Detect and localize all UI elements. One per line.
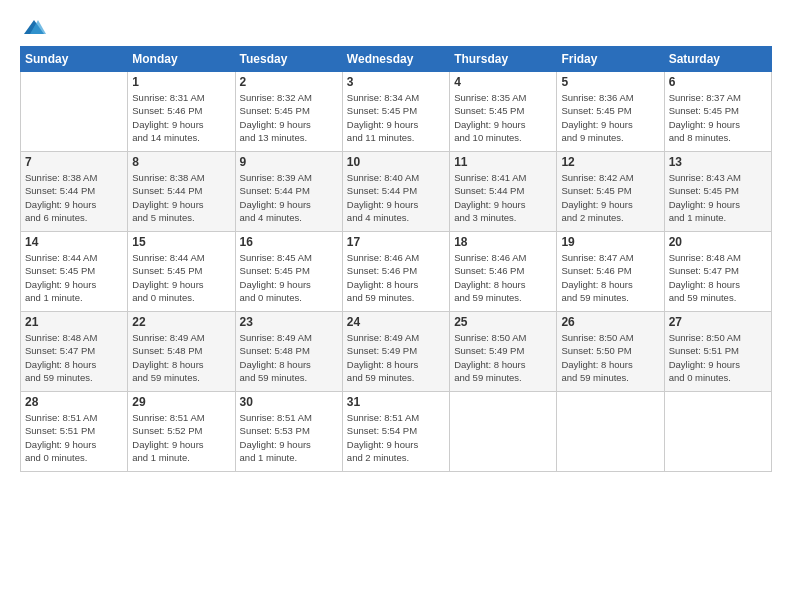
day-info: Sunrise: 8:44 AM Sunset: 5:45 PM Dayligh… (132, 251, 230, 304)
day-info: Sunrise: 8:39 AM Sunset: 5:44 PM Dayligh… (240, 171, 338, 224)
day-number: 6 (669, 75, 767, 89)
day-info: Sunrise: 8:35 AM Sunset: 5:45 PM Dayligh… (454, 91, 552, 144)
day-number: 31 (347, 395, 445, 409)
calendar-day-header: Thursday (450, 47, 557, 72)
day-number: 3 (347, 75, 445, 89)
day-number: 28 (25, 395, 123, 409)
calendar-cell: 6Sunrise: 8:37 AM Sunset: 5:45 PM Daylig… (664, 72, 771, 152)
calendar-day-header: Monday (128, 47, 235, 72)
day-info: Sunrise: 8:49 AM Sunset: 5:48 PM Dayligh… (240, 331, 338, 384)
calendar-day-header: Friday (557, 47, 664, 72)
calendar-week-row: 1Sunrise: 8:31 AM Sunset: 5:46 PM Daylig… (21, 72, 772, 152)
day-info: Sunrise: 8:31 AM Sunset: 5:46 PM Dayligh… (132, 91, 230, 144)
calendar-cell (21, 72, 128, 152)
calendar-day-header: Wednesday (342, 47, 449, 72)
day-number: 21 (25, 315, 123, 329)
day-info: Sunrise: 8:43 AM Sunset: 5:45 PM Dayligh… (669, 171, 767, 224)
day-info: Sunrise: 8:45 AM Sunset: 5:45 PM Dayligh… (240, 251, 338, 304)
day-number: 13 (669, 155, 767, 169)
calendar-week-row: 14Sunrise: 8:44 AM Sunset: 5:45 PM Dayli… (21, 232, 772, 312)
day-number: 14 (25, 235, 123, 249)
day-info: Sunrise: 8:51 AM Sunset: 5:53 PM Dayligh… (240, 411, 338, 464)
day-number: 4 (454, 75, 552, 89)
day-number: 27 (669, 315, 767, 329)
calendar-cell: 29Sunrise: 8:51 AM Sunset: 5:52 PM Dayli… (128, 392, 235, 472)
calendar-cell: 26Sunrise: 8:50 AM Sunset: 5:50 PM Dayli… (557, 312, 664, 392)
calendar-cell: 14Sunrise: 8:44 AM Sunset: 5:45 PM Dayli… (21, 232, 128, 312)
day-info: Sunrise: 8:49 AM Sunset: 5:48 PM Dayligh… (132, 331, 230, 384)
calendar-week-row: 28Sunrise: 8:51 AM Sunset: 5:51 PM Dayli… (21, 392, 772, 472)
calendar-cell: 20Sunrise: 8:48 AM Sunset: 5:47 PM Dayli… (664, 232, 771, 312)
calendar-cell: 1Sunrise: 8:31 AM Sunset: 5:46 PM Daylig… (128, 72, 235, 152)
day-info: Sunrise: 8:38 AM Sunset: 5:44 PM Dayligh… (132, 171, 230, 224)
calendar-cell: 22Sunrise: 8:49 AM Sunset: 5:48 PM Dayli… (128, 312, 235, 392)
logo (20, 16, 46, 38)
day-info: Sunrise: 8:36 AM Sunset: 5:45 PM Dayligh… (561, 91, 659, 144)
calendar-cell: 21Sunrise: 8:48 AM Sunset: 5:47 PM Dayli… (21, 312, 128, 392)
day-number: 20 (669, 235, 767, 249)
day-number: 9 (240, 155, 338, 169)
header (20, 16, 772, 38)
day-number: 1 (132, 75, 230, 89)
logo-icon (22, 16, 46, 40)
calendar-cell: 18Sunrise: 8:46 AM Sunset: 5:46 PM Dayli… (450, 232, 557, 312)
day-info: Sunrise: 8:51 AM Sunset: 5:51 PM Dayligh… (25, 411, 123, 464)
calendar-cell: 2Sunrise: 8:32 AM Sunset: 5:45 PM Daylig… (235, 72, 342, 152)
day-info: Sunrise: 8:44 AM Sunset: 5:45 PM Dayligh… (25, 251, 123, 304)
day-info: Sunrise: 8:51 AM Sunset: 5:54 PM Dayligh… (347, 411, 445, 464)
calendar-cell: 30Sunrise: 8:51 AM Sunset: 5:53 PM Dayli… (235, 392, 342, 472)
day-number: 11 (454, 155, 552, 169)
day-number: 16 (240, 235, 338, 249)
day-info: Sunrise: 8:50 AM Sunset: 5:51 PM Dayligh… (669, 331, 767, 384)
calendar-cell: 3Sunrise: 8:34 AM Sunset: 5:45 PM Daylig… (342, 72, 449, 152)
day-number: 12 (561, 155, 659, 169)
calendar-cell: 28Sunrise: 8:51 AM Sunset: 5:51 PM Dayli… (21, 392, 128, 472)
calendar-cell: 16Sunrise: 8:45 AM Sunset: 5:45 PM Dayli… (235, 232, 342, 312)
calendar-cell: 11Sunrise: 8:41 AM Sunset: 5:44 PM Dayli… (450, 152, 557, 232)
day-info: Sunrise: 8:40 AM Sunset: 5:44 PM Dayligh… (347, 171, 445, 224)
day-info: Sunrise: 8:50 AM Sunset: 5:49 PM Dayligh… (454, 331, 552, 384)
day-number: 26 (561, 315, 659, 329)
calendar-day-header: Tuesday (235, 47, 342, 72)
calendar-cell: 5Sunrise: 8:36 AM Sunset: 5:45 PM Daylig… (557, 72, 664, 152)
day-number: 7 (25, 155, 123, 169)
calendar-header-row: SundayMondayTuesdayWednesdayThursdayFrid… (21, 47, 772, 72)
day-info: Sunrise: 8:51 AM Sunset: 5:52 PM Dayligh… (132, 411, 230, 464)
day-number: 19 (561, 235, 659, 249)
calendar-cell: 12Sunrise: 8:42 AM Sunset: 5:45 PM Dayli… (557, 152, 664, 232)
calendar-cell: 15Sunrise: 8:44 AM Sunset: 5:45 PM Dayli… (128, 232, 235, 312)
calendar-cell: 31Sunrise: 8:51 AM Sunset: 5:54 PM Dayli… (342, 392, 449, 472)
calendar-cell: 9Sunrise: 8:39 AM Sunset: 5:44 PM Daylig… (235, 152, 342, 232)
day-info: Sunrise: 8:38 AM Sunset: 5:44 PM Dayligh… (25, 171, 123, 224)
calendar-cell: 4Sunrise: 8:35 AM Sunset: 5:45 PM Daylig… (450, 72, 557, 152)
calendar-cell: 7Sunrise: 8:38 AM Sunset: 5:44 PM Daylig… (21, 152, 128, 232)
day-number: 15 (132, 235, 230, 249)
calendar-cell: 24Sunrise: 8:49 AM Sunset: 5:49 PM Dayli… (342, 312, 449, 392)
day-number: 5 (561, 75, 659, 89)
day-info: Sunrise: 8:41 AM Sunset: 5:44 PM Dayligh… (454, 171, 552, 224)
day-info: Sunrise: 8:49 AM Sunset: 5:49 PM Dayligh… (347, 331, 445, 384)
day-info: Sunrise: 8:50 AM Sunset: 5:50 PM Dayligh… (561, 331, 659, 384)
day-number: 25 (454, 315, 552, 329)
day-info: Sunrise: 8:46 AM Sunset: 5:46 PM Dayligh… (454, 251, 552, 304)
calendar-cell: 8Sunrise: 8:38 AM Sunset: 5:44 PM Daylig… (128, 152, 235, 232)
calendar-week-row: 7Sunrise: 8:38 AM Sunset: 5:44 PM Daylig… (21, 152, 772, 232)
day-info: Sunrise: 8:32 AM Sunset: 5:45 PM Dayligh… (240, 91, 338, 144)
day-number: 18 (454, 235, 552, 249)
page: SundayMondayTuesdayWednesdayThursdayFrid… (0, 0, 792, 612)
calendar-cell: 13Sunrise: 8:43 AM Sunset: 5:45 PM Dayli… (664, 152, 771, 232)
calendar-cell: 25Sunrise: 8:50 AM Sunset: 5:49 PM Dayli… (450, 312, 557, 392)
calendar-cell: 27Sunrise: 8:50 AM Sunset: 5:51 PM Dayli… (664, 312, 771, 392)
calendar-cell: 17Sunrise: 8:46 AM Sunset: 5:46 PM Dayli… (342, 232, 449, 312)
day-info: Sunrise: 8:37 AM Sunset: 5:45 PM Dayligh… (669, 91, 767, 144)
calendar-day-header: Sunday (21, 47, 128, 72)
day-number: 23 (240, 315, 338, 329)
calendar-week-row: 21Sunrise: 8:48 AM Sunset: 5:47 PM Dayli… (21, 312, 772, 392)
day-number: 10 (347, 155, 445, 169)
day-number: 30 (240, 395, 338, 409)
day-info: Sunrise: 8:48 AM Sunset: 5:47 PM Dayligh… (25, 331, 123, 384)
calendar-cell: 23Sunrise: 8:49 AM Sunset: 5:48 PM Dayli… (235, 312, 342, 392)
calendar-cell (450, 392, 557, 472)
calendar-day-header: Saturday (664, 47, 771, 72)
calendar-cell: 19Sunrise: 8:47 AM Sunset: 5:46 PM Dayli… (557, 232, 664, 312)
